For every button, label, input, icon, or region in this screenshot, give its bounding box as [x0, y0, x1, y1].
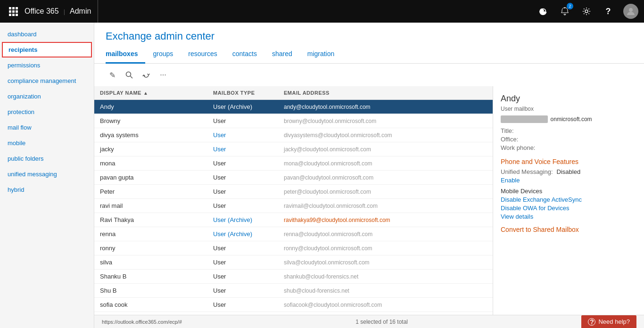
sidebar-item-compliance-management[interactable]: compliance management [0, 73, 94, 89]
tab-mailboxes[interactable]: mailboxes [106, 46, 145, 64]
table-row[interactable]: jacky User jacky@cloudytool.onmicrosoft.… [94, 142, 493, 156]
table-row[interactable]: Ravi Thakya User (Archive) ravithakya99@… [94, 213, 493, 227]
row-name: ravi mail [94, 199, 207, 213]
tab-migration[interactable]: migration [300, 46, 342, 64]
row-email: browny@cloudytool.onmicrosoft.com [278, 115, 493, 128]
sidebar-item-mobile[interactable]: mobile [0, 135, 94, 151]
edit-button[interactable]: ✎ [106, 68, 119, 82]
detail-enable-link[interactable]: Enable [501, 177, 636, 184]
row-type: User [207, 199, 278, 213]
detail-mobile-devices-title: Mobile Devices [501, 188, 636, 195]
grid-icon[interactable] [6, 4, 21, 19]
row-type: User [207, 156, 278, 170]
row-email: sofiacook@cloudytool.onmicrosoft.com [278, 298, 493, 312]
refresh-button[interactable] [140, 68, 153, 82]
tab-contacts[interactable]: contacts [225, 46, 264, 64]
detail-disable-activesync-link[interactable]: Disable Exchange ActiveSync [501, 196, 636, 203]
more-button[interactable]: ··· [157, 68, 170, 82]
detail-subtitle: User mailbox [501, 106, 636, 112]
svg-line-15 [131, 76, 133, 79]
row-email: ravimail@cloudytool.onmicrosoft.com [278, 199, 493, 213]
mailboxes-table: DISPLAY NAME ▲ MAILBOX TYPE EMAIL ADDRES… [94, 86, 493, 315]
row-email: renna@cloudytool.onmicrosoft.com [278, 228, 493, 241]
th-email-address[interactable]: EMAIL ADDRESS [278, 86, 493, 99]
sidebar-item-permissions[interactable]: permissions [0, 57, 94, 73]
detail-um-label: Unified Messaging: [501, 168, 553, 175]
detail-um-row: Unified Messaging: Disabled [501, 168, 636, 175]
table-row[interactable]: Peter User peter@cloudytool.onmicrosoft.… [94, 185, 493, 199]
row-type: User (Archive) [207, 213, 278, 227]
need-help-button[interactable]: ? Need help? [581, 315, 636, 328]
row-name: pavan gupta [94, 171, 207, 184]
status-url: https://outlook.office365.com/ecp/# [102, 319, 182, 325]
th-mailbox-type[interactable]: MAILBOX TYPE [207, 86, 278, 99]
skype-icon[interactable]: S [537, 5, 550, 18]
sidebar-item-hybrid[interactable]: hybrid [0, 182, 94, 197]
svg-rect-4 [12, 10, 15, 13]
row-email: mona@cloudytool.onmicrosoft.com [278, 157, 493, 170]
settings-icon[interactable] [580, 5, 593, 18]
table-row[interactable]: Shanku B User shankub@cloud-forensics.ne… [94, 270, 493, 284]
detail-convert-text: Convert to Shared Mailbox [501, 226, 636, 233]
th-display-name[interactable]: DISPLAY NAME ▲ [94, 86, 207, 99]
detail-email-redacted: andy@cloudytool [501, 115, 548, 123]
page-title: Exchange admin center [106, 30, 215, 42]
row-type: User [207, 128, 278, 142]
row-email: ronny@cloudytool.onmicrosoft.com [278, 242, 493, 255]
tab-groups[interactable]: groups [145, 46, 181, 64]
detail-office-label: Office: [501, 136, 518, 143]
row-email: peter@cloudytool.onmicrosoft.com [278, 185, 493, 198]
table-row[interactable]: Shu B User shub@cloud-forensics.net [94, 284, 493, 298]
row-name: Shu B [94, 284, 207, 297]
search-button[interactable] [123, 68, 136, 82]
user-avatar[interactable] [623, 4, 638, 19]
svg-rect-8 [16, 14, 18, 16]
svg-point-11 [564, 8, 565, 8]
svg-rect-2 [16, 7, 18, 9]
detail-disable-owa-link[interactable]: Disable OWA for Devices [501, 205, 636, 212]
notifications-icon[interactable]: 2 [558, 5, 571, 18]
table-row[interactable]: ravi mail User ravimail@cloudytool.onmic… [94, 199, 493, 213]
svg-rect-6 [9, 14, 11, 16]
row-email: ravithakya99@cloudytool.onmicrosoft.com [278, 213, 493, 227]
row-name: Peter [94, 185, 207, 198]
notifications-badge: 2 [567, 3, 573, 9]
row-name: mona [94, 156, 207, 170]
detail-email-domain: onmicrosoft.com [551, 116, 592, 123]
table-row[interactable]: divya systems User divyasystems@cloudyto… [94, 128, 493, 142]
sort-arrow: ▲ [143, 90, 148, 96]
sidebar-item-recipients[interactable]: recipients [2, 42, 92, 57]
split-view: DISPLAY NAME ▲ MAILBOX TYPE EMAIL ADDRES… [94, 86, 644, 315]
svg-point-14 [126, 72, 131, 77]
tab-shared[interactable]: shared [264, 46, 300, 64]
sidebar-item-public-folders[interactable]: public folders [0, 151, 94, 166]
detail-workphone-row: Work phone: [501, 144, 636, 151]
table-row[interactable]: ronny User ronny@cloudytool.onmicrosoft.… [94, 241, 493, 255]
row-type: User [207, 142, 278, 156]
sidebar-item-dashboard[interactable]: dashboard [0, 26, 94, 42]
table-row[interactable]: Browny User browny@cloudytool.onmicrosof… [94, 114, 493, 128]
detail-view-details-link[interactable]: View details [501, 213, 636, 220]
sidebar-item-unified-messaging[interactable]: unified messaging [0, 166, 94, 182]
tab-resources[interactable]: resources [181, 46, 224, 64]
table-row[interactable]: Andy User (Archive) andy@cloudytool.onmi… [94, 100, 493, 114]
help-icon[interactable]: ? [602, 5, 615, 18]
office365-label: Office 365 [25, 7, 59, 16]
detail-office-row: Office: [501, 136, 636, 143]
main-container: dashboard recipients permissions complia… [0, 23, 644, 328]
sidebar-item-organization[interactable]: organization [0, 89, 94, 104]
row-type: User [207, 171, 278, 184]
table-row[interactable]: renna User (Archive) renna@cloudytool.on… [94, 227, 493, 241]
content-area: Exchange admin center mailboxes groups r… [94, 23, 644, 328]
sidebar-item-protection[interactable]: protection [0, 104, 94, 120]
table-row[interactable]: sofia cook User sofiacook@cloudytool.onm… [94, 298, 493, 312]
table-row[interactable]: mona User mona@cloudytool.onmicrosoft.co… [94, 156, 493, 171]
sidebar-item-mail-flow[interactable]: mail flow [0, 120, 94, 135]
table-row[interactable]: silva User silva@cloudytool.onmicrosoft.… [94, 255, 493, 270]
sidebar: dashboard recipients permissions complia… [0, 23, 94, 328]
detail-workphone-label: Work phone: [501, 144, 535, 151]
row-type: User (Archive) [207, 100, 278, 114]
row-type: User [207, 270, 278, 283]
detail-email: andy@cloudytool onmicrosoft.com [501, 116, 636, 123]
table-row[interactable]: pavan gupta User pavan@cloudytool.onmicr… [94, 171, 493, 185]
